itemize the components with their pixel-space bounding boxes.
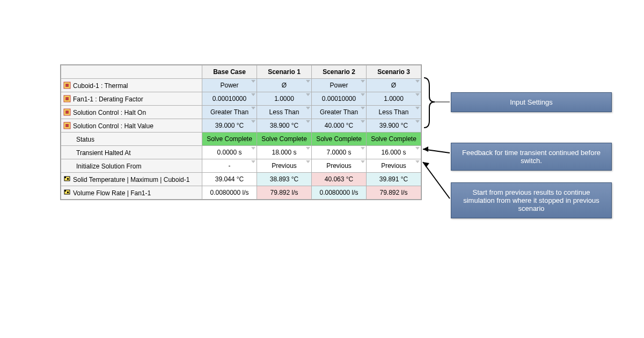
cell[interactable]: Power: [202, 79, 257, 92]
table-row: Cuboid-1 : Thermal Power Ø Power Ø: [61, 79, 421, 92]
cell[interactable]: Ø: [367, 79, 421, 92]
row-label-init-from: Initialize Solution From: [61, 159, 202, 173]
dropdown-icon: [306, 147, 310, 150]
cell[interactable]: 39.000 °C: [202, 119, 257, 133]
flag-icon: [63, 175, 71, 183]
cell: 40.063 °C: [312, 173, 367, 186]
cell-status: Solve Complete: [202, 133, 257, 146]
property-icon: [63, 82, 71, 89]
callout-feedback: Feedback for time transient continued be…: [451, 143, 612, 171]
cell[interactable]: 39.900 °C: [367, 119, 421, 133]
svg-rect-13: [67, 192, 69, 193]
dropdown-icon: [306, 160, 310, 163]
svg-line-15: [423, 149, 450, 153]
dropdown-icon: [251, 80, 255, 83]
callout-start-previous: Start from previous results to continue …: [451, 182, 612, 218]
corner-cell: [61, 65, 202, 79]
col-scenario-1[interactable]: Scenario 1: [257, 65, 312, 79]
dropdown-icon: [251, 107, 255, 109]
cell[interactable]: Power: [312, 79, 367, 92]
svg-rect-1: [65, 84, 69, 87]
table-row: Fan1-1 : Derating Factor 0.00010000 1.00…: [61, 92, 421, 106]
cell[interactable]: Previous: [367, 159, 421, 173]
svg-rect-7: [65, 124, 69, 127]
row-label-cuboid-thermal: Cuboid-1 : Thermal: [61, 79, 202, 92]
col-scenario-2[interactable]: Scenario 2: [312, 65, 367, 79]
dropdown-icon: [361, 147, 365, 150]
dropdown-icon: [415, 93, 420, 96]
table-row: Volume Flow Rate | Fan1-1 0.0080000 l/s …: [61, 186, 421, 200]
dropdown-icon: [415, 107, 420, 109]
svg-line-17: [423, 162, 450, 199]
property-icon: [63, 122, 71, 129]
dropdown-icon: [306, 93, 310, 96]
dropdown-icon: [415, 80, 420, 83]
cell: 7.0000 s: [312, 146, 367, 159]
callout-input-settings: Input Settings: [451, 92, 612, 112]
table-row: Status Solve Complete Solve Complete Sol…: [61, 133, 421, 146]
row-label-halted-at: Transient Halted At: [61, 146, 202, 159]
cell[interactable]: Previous: [312, 159, 367, 173]
row-label-halt-value: Solution Control : Halt Value: [61, 119, 202, 133]
cell: 0.0080000 l/s: [202, 186, 257, 200]
cell[interactable]: 0.00010000: [202, 92, 257, 106]
cell[interactable]: 1.0000: [367, 92, 421, 106]
cell: 0.0000 s: [202, 146, 257, 159]
scenario-table: Base Case Scenario 1 Scenario 2 Scenario…: [60, 64, 422, 200]
cell[interactable]: Greater Than: [202, 106, 257, 119]
cell[interactable]: Less Than: [257, 106, 312, 119]
cell[interactable]: Previous: [257, 159, 312, 173]
svg-marker-16: [423, 146, 428, 152]
dropdown-icon: [361, 160, 365, 163]
dropdown-icon: [361, 80, 365, 83]
dropdown-icon: [415, 160, 420, 163]
dropdown-icon: [306, 80, 310, 83]
property-icon: [63, 95, 71, 102]
svg-rect-10: [67, 178, 69, 180]
row-label-solid-temp: Solid Temperature | Maximum | Cuboid-1: [61, 173, 202, 186]
col-base-case[interactable]: Base Case: [202, 65, 257, 79]
dropdown-icon: [415, 120, 420, 123]
cell[interactable]: 38.900 °C: [257, 119, 312, 133]
dropdown-icon: [361, 93, 365, 96]
table-row: Solution Control : Halt On Greater Than …: [61, 106, 421, 119]
cell: 39.044 °C: [202, 173, 257, 186]
dropdown-icon: [415, 147, 420, 150]
dropdown-icon: [306, 120, 310, 123]
dropdown-icon: [251, 120, 255, 123]
cell[interactable]: Greater Than: [312, 106, 367, 119]
cell[interactable]: 0.00010000: [312, 92, 367, 106]
cell: 18.000 s: [257, 146, 312, 159]
results-table: Base Case Scenario 1 Scenario 2 Scenario…: [61, 65, 421, 200]
dropdown-icon: [251, 93, 255, 96]
row-label-halt-on: Solution Control : Halt On: [61, 106, 202, 119]
cell: 79.892 l/s: [257, 186, 312, 200]
row-label-fan-derating: Fan1-1 : Derating Factor: [61, 92, 202, 106]
cell: 39.891 °C: [367, 173, 421, 186]
svg-rect-9: [64, 177, 66, 178]
dropdown-icon: [361, 120, 365, 123]
col-scenario-3[interactable]: Scenario 3: [367, 65, 421, 79]
cell: 16.000 s: [367, 146, 421, 159]
cell: 0.0080000 l/s: [312, 186, 367, 200]
cell[interactable]: 40.000 °C: [312, 119, 367, 133]
cell[interactable]: 1.0000: [257, 92, 312, 106]
dropdown-icon: [361, 107, 365, 109]
cell: 79.892 l/s: [367, 186, 421, 200]
table-row: Solid Temperature | Maximum | Cuboid-1 3…: [61, 173, 421, 186]
svg-marker-18: [423, 162, 429, 167]
dropdown-icon: [251, 147, 255, 150]
cell-status: Solve Complete: [257, 133, 312, 146]
cell[interactable]: -: [202, 159, 257, 173]
cell[interactable]: Less Than: [367, 106, 421, 119]
svg-rect-3: [65, 97, 69, 100]
cell[interactable]: Ø: [257, 79, 312, 92]
cell-status: Solve Complete: [312, 133, 367, 146]
dropdown-icon: [306, 107, 310, 109]
flag-icon: [63, 189, 71, 196]
table-row: Transient Halted At 0.0000 s 18.000 s 7.…: [61, 146, 421, 159]
row-label-status: Status: [61, 133, 202, 146]
cell-status: Solve Complete: [367, 133, 421, 146]
table-row: Initialize Solution From - Previous Prev…: [61, 159, 421, 173]
cell: 38.893 °C: [257, 173, 312, 186]
